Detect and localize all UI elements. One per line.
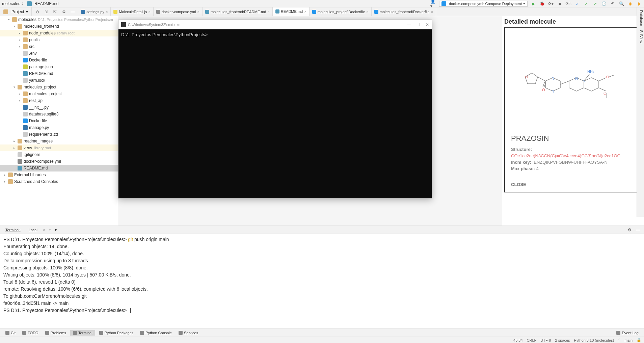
terminal-body[interactable]: PS D:\1. Proyectos Personales\PythonProj… (0, 234, 644, 328)
status-encoding[interactable]: UTF-8 (540, 338, 551, 342)
cmd-window[interactable]: C:\Windows\System32\cmd.exe — ☐ ✕ D:\1. … (118, 20, 432, 199)
tab-close-icon[interactable]: × (197, 10, 199, 14)
collapse-icon[interactable]: ⇱ (52, 9, 58, 15)
editor-tab[interactable]: molecules_frontend\README.md× (203, 7, 273, 16)
tool-todo[interactable]: TODO (20, 330, 41, 336)
terminal-add-icon[interactable]: ＋ (48, 227, 52, 233)
minimize-icon[interactable]: — (407, 22, 411, 27)
tree-item[interactable]: Dockerfile (0, 117, 118, 124)
stop-icon[interactable]: ■ (557, 1, 563, 7)
tab-close-icon[interactable]: × (267, 10, 269, 14)
tree-item[interactable]: __init__.py (0, 104, 118, 111)
chevron-icon[interactable]: ▾ (14, 25, 18, 28)
tree-item[interactable]: .gitignore (0, 151, 118, 158)
tree-item[interactable]: package.json (0, 63, 118, 70)
breadcrumb-file[interactable]: README.md (34, 1, 58, 6)
tree-item[interactable]: ▾molecules_frontend (0, 23, 118, 30)
tree-item[interactable]: ▸public (0, 36, 118, 43)
run-config-selector[interactable]: docker-compose.yml: Compose Deployment ▾ (439, 1, 528, 7)
tree-item[interactable]: ▸rest_api (0, 97, 118, 104)
tree-item[interactable]: README.md (0, 165, 118, 172)
terminal-settings-icon[interactable]: ⚙ (626, 227, 633, 233)
status-lock-icon[interactable]: 🔒 (637, 338, 641, 342)
expand-icon[interactable]: ⇲ (43, 9, 49, 15)
tree-item[interactable]: ▾moleculesD:\1. Proyectos Personales\Pyt… (0, 16, 118, 23)
tree-item[interactable]: docker-compose.yml (0, 158, 118, 165)
tree-item[interactable]: ▸molecules_project (0, 90, 118, 97)
tool-git[interactable]: Git (3, 330, 18, 336)
tree-item[interactable]: manage.py (0, 124, 118, 131)
chevron-icon[interactable]: ▸ (19, 92, 23, 96)
sciview-tool[interactable]: SciView (638, 30, 643, 43)
status-python[interactable]: Python 3.10 (molecules) (574, 338, 614, 342)
chevron-icon[interactable]: ▾ (8, 18, 12, 21)
chevron-icon[interactable]: ▸ (4, 180, 8, 183)
tool-python-console[interactable]: Python Console (137, 330, 175, 336)
tree-item[interactable]: ▸venvlibrary root (0, 144, 118, 151)
terminal-hide-icon[interactable]: — (635, 227, 641, 233)
chevron-icon[interactable]: ▸ (14, 139, 18, 143)
editor-tab[interactable]: MoleculeDetail.js× (111, 7, 154, 16)
close-button[interactable]: CLOSE (505, 177, 641, 192)
hide-icon[interactable]: — (70, 9, 76, 15)
tab-close-icon[interactable]: × (366, 10, 368, 14)
editor-tab[interactable]: molecules_frontend\Dockerfile× (372, 7, 436, 16)
tree-item[interactable]: yarn.lock (0, 77, 118, 84)
tab-close-icon[interactable]: × (106, 10, 108, 14)
terminal-chevron-down-icon[interactable]: ▾ (55, 228, 57, 232)
tree-item[interactable]: Dockerfile (0, 57, 118, 63)
tool-services[interactable]: Services (176, 330, 201, 336)
terminal-title[interactable]: Terminal: (3, 227, 23, 233)
debug-icon[interactable]: 🐞 (539, 1, 545, 7)
git-rollback-icon[interactable]: ↶ (610, 1, 616, 7)
chevron-icon[interactable]: ▸ (19, 45, 23, 48)
tool-terminal[interactable]: Terminal (70, 330, 95, 336)
chevron-icon[interactable]: ▸ (19, 99, 23, 102)
tree-item[interactable]: ▾molecules_project (0, 84, 118, 90)
tree-item[interactable]: ▸src (0, 43, 118, 50)
editor-tab[interactable]: docker-compose.yml× (154, 7, 203, 16)
tree-item[interactable]: requirements.txt (0, 131, 118, 138)
git-push-icon[interactable]: ↗ (592, 1, 598, 7)
breadcrumb-root[interactable]: molecules (2, 1, 20, 6)
status-indent[interactable]: 2 spaces (555, 338, 570, 342)
tree-item[interactable]: database.sqlite3 (0, 111, 118, 117)
chevron-icon[interactable]: ▸ (14, 146, 18, 150)
cmd-body[interactable]: D:\1. Proyectos Personales\PythonProject… (118, 29, 432, 198)
tab-close-icon[interactable]: × (304, 9, 306, 14)
editor-tab[interactable]: molecules_project\Dockerfile× (310, 7, 372, 16)
tree-item[interactable]: README.md (0, 70, 118, 77)
database-tool[interactable]: Database (638, 10, 643, 26)
locate-icon[interactable]: ⊙ (34, 9, 41, 15)
event-log[interactable]: Event Log (614, 330, 641, 336)
cmd-titlebar[interactable]: C:\Windows\System32\cmd.exe — ☐ ✕ (118, 20, 432, 29)
close-icon[interactable]: ✕ (426, 22, 429, 27)
terminal-tab-local[interactable]: Local (26, 227, 40, 233)
tab-close-icon[interactable]: × (149, 10, 151, 14)
tool-problems[interactable]: Problems (43, 330, 69, 336)
tree-item[interactable]: ▸node_moduleslibrary root (0, 30, 118, 36)
settings-icon[interactable]: ⚙ (61, 9, 67, 15)
project-tool-selector[interactable]: Project ▾ (0, 7, 32, 16)
git-commit-icon[interactable]: ✓ (583, 1, 589, 7)
tool-python-packages[interactable]: Python Packages (97, 330, 136, 336)
status-position[interactable]: 45:84 (513, 338, 523, 342)
tree-item[interactable]: .env (0, 50, 118, 57)
run-icon[interactable]: ▶ (530, 1, 536, 7)
tab-close-icon[interactable]: × (431, 10, 433, 14)
status-branch[interactable]: main (624, 338, 633, 342)
terminal-tab-close-icon[interactable]: × (43, 228, 45, 232)
git-history-icon[interactable]: 🕐 (601, 1, 607, 7)
editor-tab[interactable]: settings.py× (78, 7, 111, 16)
tree-item[interactable]: ▸External Libraries (0, 172, 118, 178)
ide-settings-icon[interactable]: ◉ (627, 1, 633, 7)
ide-pin-icon[interactable]: ◗ (636, 1, 642, 7)
git-update-icon[interactable]: ↙ (574, 1, 581, 7)
chevron-icon[interactable]: ▸ (4, 173, 8, 177)
maximize-icon[interactable]: ☐ (417, 22, 420, 27)
chevron-icon[interactable]: ▸ (19, 38, 23, 42)
tree-item[interactable]: ▸readme_images (0, 138, 118, 144)
run-more-icon[interactable]: ⟳▾ (548, 1, 554, 7)
search-icon[interactable]: 🔍 (618, 1, 624, 7)
user-icon[interactable]: 👤▾ (430, 1, 436, 7)
